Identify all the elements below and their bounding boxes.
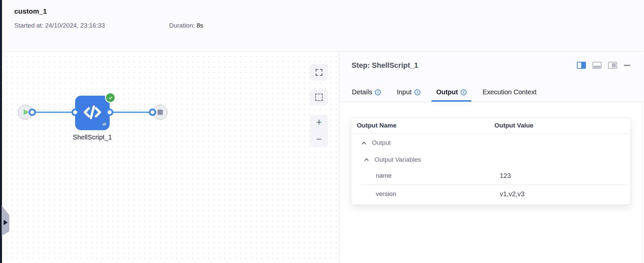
tab-output-label: Output: [436, 88, 458, 96]
step-node-label: ShellScript_1: [59, 133, 126, 141]
tab-input-label: Input: [397, 88, 411, 96]
success-check-icon: [105, 92, 116, 103]
zoom-out-button[interactable]: −: [316, 134, 322, 144]
execution-header: custom_1 Started at: 24/10/2024, 23:16:3…: [2, 0, 644, 52]
table-row: version v1,v2,v3: [351, 185, 630, 203]
group-output-variables-label: Output Variables: [375, 156, 421, 163]
table-row: name 123: [351, 167, 630, 184]
table-header-row: Output Name Output Value: [351, 118, 630, 133]
tab-input[interactable]: Input i: [392, 83, 425, 102]
tab-execution-context[interactable]: Execution Context: [478, 83, 541, 102]
layout-bar: [593, 66, 600, 68]
tab-details-label: Details: [352, 88, 372, 96]
tab-row: Details i Input i Output i Execution Con…: [339, 83, 644, 102]
chevron-up-icon: [364, 158, 369, 161]
layout-drawer-icon[interactable]: [608, 62, 617, 69]
info-icon[interactable]: i: [414, 89, 420, 95]
step-node-shellscript[interactable]: [75, 96, 110, 130]
started-at: Started at: 24/10/2024, 23:16:33: [14, 22, 105, 29]
column-output-name: Output Name: [351, 122, 494, 129]
output-var-value: 123: [494, 172, 630, 180]
chevron-right-icon: [4, 220, 8, 225]
zoom-in-button[interactable]: +: [316, 117, 322, 127]
port-step-out: [106, 109, 113, 116]
code-mini-icon: [102, 122, 107, 128]
marquee-select-button[interactable]: [310, 89, 328, 106]
output-var-name: name: [351, 172, 494, 179]
duration-value: 8s: [196, 22, 203, 29]
duration-label: Duration:: [169, 22, 195, 29]
output-table-card: Output Name Output Value Output Outp: [351, 117, 631, 205]
duration: Duration: 8s: [169, 22, 203, 29]
step-details-panel: Step: ShellScript_1 Details i Input i Ou…: [339, 52, 644, 263]
chevron-up-icon: [362, 141, 366, 144]
info-icon[interactable]: i: [461, 89, 467, 95]
output-var-name: version: [351, 190, 494, 198]
output-var-value: v1,v2,v3: [494, 190, 630, 198]
started-at-value: 24/10/2024, 23:16:33: [45, 22, 105, 29]
workflow-execution-view: custom_1 Started at: 24/10/2024, 23:16:3…: [0, 0, 644, 263]
fullscreen-icon: [315, 68, 323, 76]
tab-output[interactable]: Output i: [431, 83, 472, 102]
panel-view-controls: [577, 62, 630, 69]
fullscreen-button[interactable]: [310, 64, 328, 81]
port-start-out: [29, 109, 36, 116]
tab-details[interactable]: Details i: [347, 83, 386, 102]
tab-execution-context-label: Execution Context: [483, 88, 536, 96]
zoom-controls: + −: [310, 115, 328, 147]
layout-block: [612, 63, 616, 67]
table-row: Output: [351, 133, 630, 152]
play-icon: [24, 109, 29, 115]
group-output-toggle[interactable]: Output: [351, 139, 494, 146]
stop-icon: [158, 110, 163, 115]
minimize-icon[interactable]: [624, 65, 630, 66]
group-output-label: Output: [372, 139, 391, 146]
workflow-canvas[interactable]: ShellScript_1 + −: [2, 52, 339, 263]
started-at-label: Started at:: [14, 22, 44, 29]
port-end-in: [149, 109, 156, 116]
column-output-value: Output Value: [494, 122, 630, 129]
layout-split-vertical-icon[interactable]: [577, 62, 586, 69]
page-title: custom_1: [14, 7, 47, 15]
step-title: Step: ShellScript_1: [352, 61, 418, 70]
info-icon[interactable]: i: [375, 89, 381, 95]
marquee-select-icon: [315, 94, 323, 101]
group-output-variables-toggle[interactable]: Output Variables: [351, 156, 494, 163]
code-icon: [82, 102, 103, 124]
layout-split-horizontal-icon[interactable]: [592, 62, 601, 69]
port-step-in: [71, 109, 79, 116]
table-row: Output Variables: [351, 152, 630, 167]
panel-scroll-edge: [641, 52, 642, 263]
